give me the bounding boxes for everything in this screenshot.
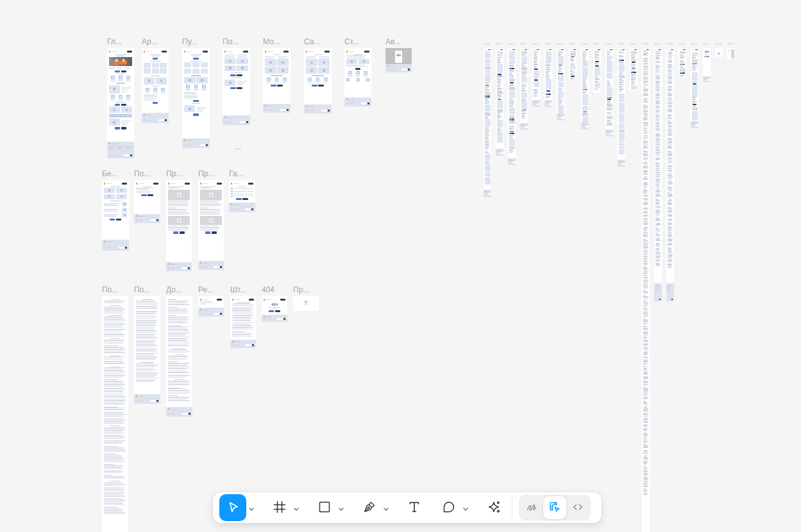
frame-label[interactable]: ...	[532, 37, 540, 47]
frame-list[interactable]: Бе...	[102, 180, 129, 251]
mobile-frame-18[interactable]: ...	[691, 48, 698, 128]
frame-short-a[interactable]: По...	[134, 180, 160, 223]
frame-label[interactable]: Пр...	[293, 285, 319, 295]
text-tool-button[interactable]	[403, 496, 426, 519]
frame-home[interactable]: Гл...	[107, 48, 134, 158]
frame-label[interactable]: ...	[618, 37, 625, 47]
mobile-frame-9[interactable]: ...	[581, 48, 589, 129]
mobile-frame-5[interactable]: ...	[532, 48, 540, 107]
comment-tool-button[interactable]	[437, 496, 460, 519]
frame-label[interactable]: Ст...	[344, 37, 371, 47]
frame-mini[interactable]: Ре...	[198, 296, 224, 317]
draw-mode-button[interactable]	[520, 496, 543, 519]
frame-label[interactable]: ...	[520, 37, 528, 47]
frame-auth[interactable]: Ав...	[385, 48, 412, 72]
mobile-frame-11[interactable]: ...	[605, 48, 613, 137]
dev-mode-button[interactable]	[566, 496, 589, 519]
frame-label[interactable]: Бе...	[102, 169, 129, 179]
mobile-frame-12[interactable]: ...	[618, 48, 625, 167]
mobile-frame-8[interactable]: ...	[569, 48, 577, 80]
frame-label[interactable]: ...	[581, 37, 589, 47]
actions-tool-button[interactable]	[482, 496, 505, 519]
frame-loader[interactable]: Пр...	[293, 296, 319, 311]
frame-label[interactable]: По...	[134, 169, 160, 179]
mobile-frame-21[interactable]: ...	[727, 48, 735, 59]
frame-grid-c[interactable]: Са...	[304, 48, 332, 113]
frame-label[interactable]: Гл...	[107, 37, 134, 47]
frame-label[interactable]: ...	[630, 37, 637, 47]
move-tool-button[interactable]	[219, 494, 246, 521]
mobile-frame-2[interactable]: ...	[496, 48, 503, 156]
frame-label[interactable]: Пр...	[198, 169, 224, 179]
frame-text-d[interactable]: Шт...	[230, 296, 256, 348]
mobile-frame-4[interactable]: ...	[520, 48, 528, 130]
logo-dot	[265, 105, 266, 106]
frame-label[interactable]: Шт...	[230, 285, 256, 295]
pen-tool-button[interactable]	[358, 496, 381, 519]
frame-label[interactable]: ...	[496, 37, 503, 47]
frame-tool-dropdown[interactable]	[291, 496, 301, 519]
design-mode-button[interactable]	[543, 496, 566, 519]
frame-article-a[interactable]: Пр...	[166, 180, 192, 271]
frame-label[interactable]: Пр...	[166, 169, 192, 179]
frame-label[interactable]: Ре...	[198, 285, 224, 295]
frame-label[interactable]: ...	[484, 37, 491, 47]
frame-short-b[interactable]: Га...	[229, 180, 255, 212]
frame-label[interactable]: По...	[223, 37, 250, 47]
frame-text-c[interactable]: До...	[166, 296, 192, 417]
mobile-frame-10[interactable]: ...	[593, 48, 601, 93]
frame-grid-a[interactable]: По...	[223, 48, 250, 125]
frame-label[interactable]: По...	[134, 285, 160, 295]
frame-label[interactable]: ...	[715, 37, 723, 47]
frame-label[interactable]: ...	[691, 37, 698, 47]
frame-label[interactable]: ...	[654, 37, 662, 47]
frame-text-a[interactable]: По...	[102, 296, 128, 532]
frame-label[interactable]: Ар...	[142, 37, 169, 47]
frame-label[interactable]: ...	[593, 37, 601, 47]
frame-text-b[interactable]: По...	[134, 296, 160, 404]
frame-not-found[interactable]: 404404	[262, 296, 287, 322]
button-row	[306, 85, 330, 87]
frame-grid-b[interactable]: Мо...	[263, 48, 291, 113]
frame-label[interactable]: Пу...	[182, 37, 210, 47]
frame-label[interactable]: ...	[508, 37, 516, 47]
frame-label[interactable]: ...	[605, 37, 613, 47]
frame-tool-button[interactable]	[268, 496, 291, 519]
frame-article-b[interactable]: Пр...	[198, 180, 224, 270]
mobile-frame-15[interactable]: ...	[654, 48, 662, 301]
frame-cards-b[interactable]: Пу...	[182, 48, 210, 148]
shape-tool-dropdown[interactable]	[336, 496, 346, 519]
frame-label[interactable]: Га...	[229, 169, 255, 179]
truncated-frame-label[interactable]: ...	[235, 142, 241, 151]
mobile-frame-7[interactable]: ...	[557, 48, 564, 121]
frame-label[interactable]: ...	[727, 37, 735, 47]
frame-label[interactable]: ...	[544, 37, 552, 47]
pen-tool-dropdown[interactable]	[381, 496, 391, 519]
frame-label[interactable]: ...	[557, 37, 564, 47]
frame-label[interactable]: ...	[569, 37, 577, 47]
frame-label[interactable]: По...	[102, 285, 128, 295]
mobile-frame-19[interactable]: ...404	[703, 48, 711, 82]
frame-label[interactable]: 404	[262, 285, 287, 295]
frame-label[interactable]: ...	[703, 37, 711, 47]
frame-label[interactable]: Ав...	[385, 37, 412, 47]
frame-label[interactable]: Мо...	[263, 37, 291, 47]
frame-label[interactable]: ...	[642, 37, 650, 47]
move-tool-dropdown[interactable]	[246, 496, 257, 519]
mobile-frame-1[interactable]: ...	[484, 48, 491, 197]
mobile-frame-16[interactable]: ...	[666, 48, 674, 301]
frame-cards-a[interactable]: Ар...	[142, 48, 169, 123]
shape-tool-button[interactable]	[313, 496, 336, 519]
frame-label[interactable]: До...	[166, 285, 192, 295]
comment-tool-dropdown[interactable]	[460, 496, 471, 519]
mobile-frame-17[interactable]: ...	[679, 48, 686, 77]
mobile-frame-6[interactable]: ...	[544, 48, 552, 107]
frame-label[interactable]: ...	[679, 37, 686, 47]
mobile-frame-13[interactable]: ...	[630, 48, 637, 91]
mobile-frame-20[interactable]: ...	[715, 48, 723, 57]
frame-label[interactable]: ...	[666, 37, 674, 47]
mobile-frame-3[interactable]: ...	[508, 48, 516, 165]
mobile-frame-14[interactable]: ...	[642, 48, 650, 532]
frame-stats[interactable]: Ст...	[344, 48, 371, 106]
frame-label[interactable]: Са...	[304, 37, 332, 47]
